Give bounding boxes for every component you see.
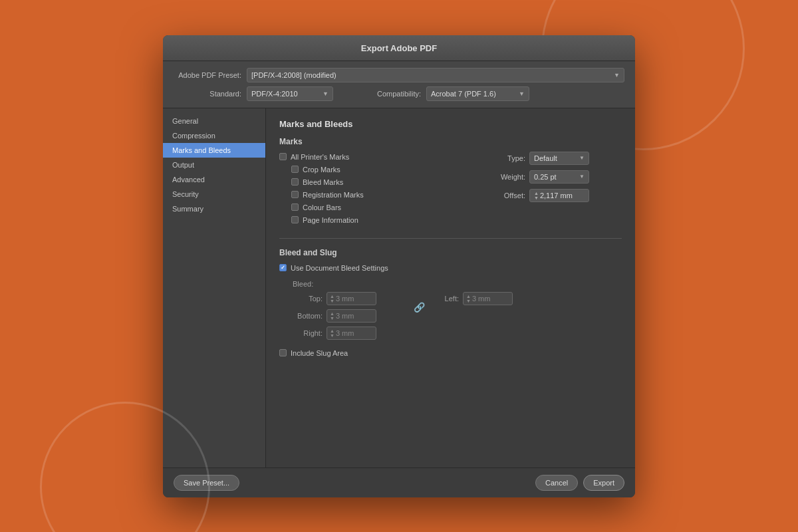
marks-bleed-divider (279, 238, 622, 239)
bleed-text-label: Bleed: (293, 280, 622, 288)
weight-select[interactable]: 0.25 pt ▼ (529, 170, 589, 184)
dialog-footer: Save Preset... Cancel Export (163, 467, 635, 497)
bleed-bottom-row: Bottom: ▲▼ 3 mm (293, 309, 409, 323)
weight-arrow-icon: ▼ (579, 174, 585, 180)
weight-label: Weight: (489, 173, 525, 181)
bleed-right-label: Right: (293, 329, 323, 337)
right-spinner[interactable]: ▲▼ (330, 329, 334, 338)
footer-left: Save Preset... (174, 475, 239, 491)
registration-marks-checkbox[interactable] (291, 191, 299, 198)
page-information-checkbox[interactable] (291, 216, 299, 223)
bleed-top-label: Top: (293, 295, 323, 303)
type-select[interactable]: Default ▼ (529, 152, 589, 165)
standard-select[interactable]: PDF/X-4:2010 ▼ (247, 86, 333, 101)
standard-compatibility-row: Standard: PDF/X-4:2010 ▼ Compatibility: … (174, 86, 624, 101)
standard-arrow-icon: ▼ (323, 90, 329, 97)
crop-marks-checkbox[interactable] (291, 166, 299, 173)
dialog-title: Export Adobe PDF (361, 43, 437, 53)
all-printers-marks-row: All Printer's Marks (279, 153, 475, 161)
type-arrow-icon: ▼ (579, 155, 585, 161)
use-doc-bleed-row: Use Document Bleed Settings (279, 264, 622, 272)
sidebar-item-summary[interactable]: Summary (163, 201, 265, 216)
top-spinner[interactable]: ▲▼ (330, 294, 334, 303)
include-slug-row: Include Slug Area (279, 349, 622, 357)
export-button[interactable]: Export (583, 475, 624, 491)
bottom-spinner[interactable]: ▲▼ (330, 311, 334, 321)
save-preset-button[interactable]: Save Preset... (174, 475, 239, 491)
compatibility-field: Compatibility: Acrobat 7 (PDF 1.6) ▼ (360, 86, 529, 101)
colour-bars-checkbox[interactable] (291, 203, 299, 211)
sidebar-item-output[interactable]: Output (163, 158, 265, 172)
bleed-top-value: 3 mm (336, 295, 354, 303)
sidebar-item-advanced[interactable]: Advanced (163, 172, 265, 187)
bleed-top-input[interactable]: ▲▼ 3 mm (327, 292, 376, 305)
bleed-left-input[interactable]: ▲▼ 3 mm (463, 292, 513, 305)
standard-value: PDF/X-4:2010 (251, 90, 298, 98)
all-printers-marks-checkbox[interactable] (279, 153, 287, 160)
sidebar: General Compression Marks and Bleeds Out… (163, 108, 266, 467)
preset-arrow-icon: ▼ (614, 72, 620, 78)
offset-field-row: Offset: ▲ ▼ 2,117 mm (489, 189, 622, 202)
type-field-row: Type: Default ▼ (489, 152, 622, 165)
dialog-titlebar: Export Adobe PDF (163, 35, 635, 61)
standard-label: Standard: (174, 90, 247, 98)
section-title: Marks and Bleeds (279, 119, 622, 129)
bleed-right-row: Right: ▲▼ 3 mm (293, 327, 409, 340)
compatibility-select[interactable]: Acrobat 7 (PDF 1.6) ▼ (426, 86, 529, 101)
dialog-header: Adobe PDF Preset: [PDF/X-4:2008] (modifi… (163, 61, 635, 108)
bleed-left-row: Left: ▲▼ 3 mm (429, 292, 545, 305)
weight-value: 0.25 pt (534, 173, 557, 181)
all-printers-marks-label: All Printer's Marks (291, 153, 349, 161)
bleed-left-label: Left: (429, 295, 459, 303)
preset-row: Adobe PDF Preset: [PDF/X-4:2008] (modifi… (174, 68, 624, 82)
compatibility-value: Acrobat 7 (PDF 1.6) (431, 90, 496, 98)
bleed-right-value: 3 mm (336, 329, 354, 337)
colour-bars-label: Colour Bars (303, 203, 341, 211)
bleed-bottom-input[interactable]: ▲▼ 3 mm (327, 309, 376, 323)
cancel-button[interactable]: Cancel (535, 475, 578, 491)
marks-grid: Marks All Printer's Marks Crop Marks Ble… (279, 137, 622, 229)
standard-field: Standard: PDF/X-4:2010 ▼ (174, 86, 333, 101)
content-area: Marks and Bleeds Marks All Printer's Mar… (266, 108, 635, 467)
preset-select[interactable]: [PDF/X-4:2008] (modified) ▼ (247, 68, 624, 82)
sidebar-item-general[interactable]: General (163, 114, 265, 128)
bleed-marks-checkbox[interactable] (291, 178, 299, 186)
sidebar-item-compression[interactable]: Compression (163, 128, 265, 143)
preset-label: Adobe PDF Preset: (174, 71, 247, 79)
page-information-row: Page Information (279, 216, 475, 224)
dialog-body: General Compression Marks and Bleeds Out… (163, 108, 635, 467)
export-pdf-dialog: Export Adobe PDF Adobe PDF Preset: [PDF/… (163, 35, 635, 497)
compatibility-arrow-icon: ▼ (519, 90, 525, 97)
use-doc-bleed-checkbox[interactable] (279, 264, 287, 271)
bleed-bottom-label: Bottom: (293, 312, 323, 320)
preset-value: [PDF/X-4:2008] (modified) (251, 71, 336, 79)
crop-marks-row: Crop Marks (279, 166, 475, 174)
use-doc-bleed-label: Use Document Bleed Settings (291, 264, 388, 272)
page-information-label: Page Information (303, 216, 358, 224)
offset-spinner[interactable]: ▲ ▼ (534, 191, 539, 200)
registration-marks-row: Registration Marks (279, 191, 475, 199)
crop-marks-label: Crop Marks (303, 166, 340, 174)
bleed-marks-label: Bleed Marks (303, 178, 343, 186)
link-icon: 🔗 (409, 302, 429, 313)
compatibility-label: Compatibility: (360, 90, 426, 98)
registration-marks-label: Registration Marks (303, 191, 364, 199)
bleed-slug-subsection-title: Bleed and Slug (279, 248, 622, 257)
footer-right: Cancel Export (535, 475, 624, 491)
include-slug-checkbox[interactable] (279, 349, 287, 356)
marks-right: Type: Default ▼ Weight: 0.25 pt ▼ (489, 137, 622, 229)
type-label: Type: (489, 154, 525, 162)
bleed-top-row: Top: ▲▼ 3 mm (293, 292, 409, 305)
bleed-right-input[interactable]: ▲▼ 3 mm (327, 327, 376, 340)
bleed-left-value: 3 mm (472, 295, 491, 303)
sidebar-item-marks-bleeds[interactable]: Marks and Bleeds (163, 143, 265, 158)
bleed-bottom-value: 3 mm (336, 312, 354, 320)
bleed-slug-section: Bleed and Slug Use Document Bleed Settin… (279, 248, 622, 357)
sidebar-item-security[interactable]: Security (163, 187, 265, 201)
offset-input[interactable]: ▲ ▼ 2,117 mm (529, 189, 589, 202)
left-spinner[interactable]: ▲▼ (466, 294, 471, 303)
include-slug-label: Include Slug Area (291, 349, 348, 357)
weight-field-row: Weight: 0.25 pt ▼ (489, 170, 622, 184)
bleed-inputs-grid: Top: ▲▼ 3 mm 🔗 Left: (293, 292, 545, 340)
bleed-marks-row: Bleed Marks (279, 178, 475, 186)
